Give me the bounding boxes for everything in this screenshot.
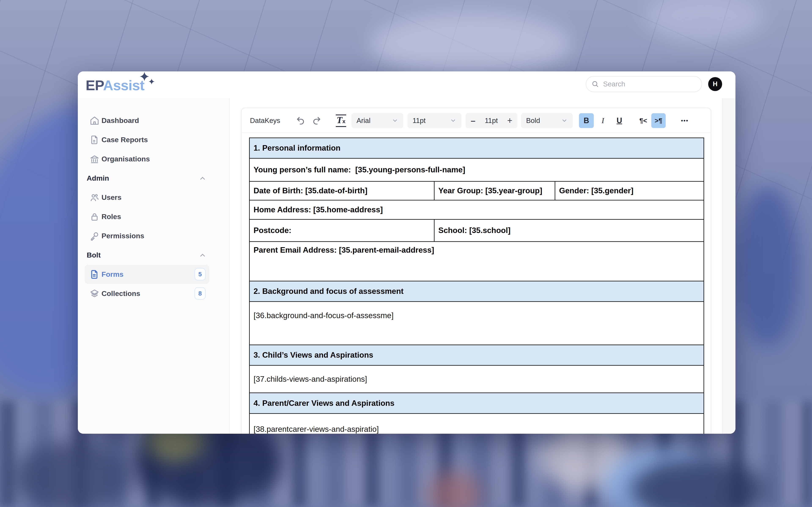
- user-avatar[interactable]: H: [708, 77, 722, 91]
- size-stepper-value: 11pt: [485, 117, 498, 125]
- sidebar-section-admin[interactable]: Admin: [78, 169, 229, 188]
- app-window: EPAssist H Dashboard Case Reports Organi…: [78, 71, 735, 434]
- clear-formatting-icon: Tx: [336, 114, 346, 127]
- layers-icon: [90, 289, 99, 298]
- home-icon: [90, 116, 99, 125]
- lock-icon: [90, 212, 99, 222]
- avatar-initial: H: [713, 80, 717, 88]
- sidebar-item-label: Organisations: [101, 155, 150, 163]
- sidebar-item-dashboard[interactable]: Dashboard: [78, 111, 229, 130]
- sidebar-item-label: Forms: [101, 270, 123, 278]
- editor-panel: DataKeys Tx Arial 11pt: [241, 108, 711, 434]
- sidebar: Dashboard Case Reports Organisations Adm…: [78, 98, 230, 434]
- increase-size-button[interactable]: +: [507, 116, 512, 126]
- doc-cell-background-key[interactable]: [36.background-and-focus-of-assessme]: [250, 302, 704, 345]
- chevron-down-icon: [392, 117, 398, 124]
- sidebar-item-label: Dashboard: [101, 116, 139, 125]
- search-bar: [586, 76, 702, 92]
- paragraph-rtl-icon: >¶: [655, 117, 662, 125]
- font-size-stepper: – 11pt +: [466, 113, 517, 128]
- sidebar-item-label: Roles: [101, 213, 121, 221]
- sidebar-item-label: Collections: [101, 289, 140, 298]
- chevron-down-icon: [561, 117, 567, 124]
- paragraph-ltr-icon: ¶<: [640, 117, 647, 125]
- sidebar-section-bolt[interactable]: Bolt: [78, 245, 229, 265]
- doc-cell-year-group[interactable]: Year Group: [35.year-group]: [434, 181, 555, 200]
- redo-button[interactable]: [312, 108, 321, 133]
- doc-cell-school[interactable]: School: [35.school]: [434, 220, 704, 242]
- doc-cell-home-address[interactable]: Home Address: [35.home-address]: [250, 200, 704, 220]
- doc-section1-header[interactable]: 1. Personal information: [250, 138, 704, 158]
- paragraph-ltr-button[interactable]: ¶<: [636, 113, 651, 128]
- doc-section2-header[interactable]: 2. Background and focus of assessment: [250, 281, 704, 302]
- sidebar-item-label: Users: [101, 193, 121, 202]
- search-input[interactable]: [603, 80, 688, 88]
- doc-cell-parent-email[interactable]: Parent Email Address: [35.parent-email-a…: [250, 242, 704, 281]
- doc-cell-parentcarer-views-key[interactable]: [38.parentcarer-views-and-aspiratio]: [250, 414, 704, 434]
- font-style-select[interactable]: Bold: [521, 113, 573, 128]
- forms-count-badge: 5: [195, 268, 206, 280]
- scrollbar-gutter[interactable]: [722, 98, 735, 434]
- sidebar-item-organisations[interactable]: Organisations: [78, 149, 229, 169]
- redo-icon: [312, 116, 321, 125]
- users-icon: [90, 193, 99, 203]
- main-content: DataKeys Tx Arial 11pt: [230, 98, 735, 434]
- italic-icon: I: [602, 116, 604, 125]
- form-document-icon: [90, 270, 99, 279]
- doc-cell-full-name[interactable]: Young person’s full name: [35.young-pers…: [250, 158, 704, 181]
- sparkle-icon: [149, 78, 155, 84]
- font-size-value: 11pt: [413, 117, 426, 125]
- key-icon: [90, 231, 99, 241]
- document-table: 1. Personal information Young person’s f…: [249, 137, 704, 434]
- sidebar-item-label: Permissions: [101, 232, 144, 240]
- undo-icon: [296, 116, 306, 125]
- clear-formatting-button[interactable]: Tx: [336, 108, 346, 133]
- sparkle-icon: [140, 72, 149, 81]
- sidebar-item-label: Case Reports: [101, 135, 148, 144]
- underline-icon: U: [617, 116, 622, 125]
- sidebar-item-collections[interactable]: Collections 8: [78, 284, 229, 303]
- more-options-icon: •••: [681, 117, 688, 124]
- file-text-icon: [90, 135, 99, 145]
- datakeys-label: DataKeys: [250, 117, 280, 125]
- sidebar-item-case-reports[interactable]: Case Reports: [78, 130, 229, 149]
- chevron-up-icon[interactable]: [199, 251, 206, 259]
- italic-button[interactable]: I: [596, 113, 609, 128]
- bold-icon: B: [583, 116, 589, 125]
- section-label: Bolt: [87, 251, 101, 259]
- doc-section3-header[interactable]: 3. Child’s Views and Aspirations: [250, 345, 704, 365]
- search-icon: [592, 80, 599, 88]
- ceiling-light-blob: [370, 13, 571, 76]
- doc-cell-childs-views-key[interactable]: [37.childs-views-and-aspirations]: [250, 365, 704, 393]
- sidebar-item-permissions[interactable]: Permissions: [78, 226, 229, 245]
- door-blob: [736, 186, 799, 346]
- decrease-size-button[interactable]: –: [471, 116, 475, 125]
- datakeys-button[interactable]: DataKeys: [250, 108, 280, 133]
- chevron-down-icon: [450, 117, 456, 124]
- doc-cell-postcode[interactable]: Postcode:: [250, 220, 434, 242]
- sidebar-item-users[interactable]: Users: [78, 188, 229, 207]
- font-style-value: Bold: [526, 117, 540, 125]
- font-family-select[interactable]: Arial: [351, 113, 403, 128]
- font-family-value: Arial: [357, 117, 370, 125]
- editor-toolbar: DataKeys Tx Arial 11pt: [242, 108, 711, 133]
- doc-cell-date-of-birth[interactable]: Date of Birth: [35.date-of-birth]: [250, 181, 434, 200]
- undo-button[interactable]: [296, 108, 306, 133]
- app-logo[interactable]: EPAssist: [86, 77, 144, 94]
- section-label: Admin: [87, 174, 109, 182]
- top-bar: EPAssist H: [78, 71, 735, 99]
- logo-ep: EP: [86, 77, 103, 93]
- bank-icon: [90, 154, 99, 164]
- doc-section4-header[interactable]: 4. Parent/Carer Views and Aspirations: [250, 393, 704, 414]
- chevron-up-icon[interactable]: [199, 174, 206, 182]
- logo-assist: Assist: [103, 77, 144, 93]
- bold-button[interactable]: B: [579, 113, 594, 128]
- sidebar-item-roles[interactable]: Roles: [78, 207, 229, 226]
- collections-count-badge: 8: [195, 287, 206, 299]
- sidebar-item-forms[interactable]: Forms 5: [78, 265, 229, 284]
- paragraph-rtl-button[interactable]: >¶: [651, 113, 666, 128]
- underline-button[interactable]: U: [612, 113, 627, 128]
- doc-cell-gender[interactable]: Gender: [35.gender]: [555, 181, 704, 200]
- more-options-button[interactable]: •••: [677, 113, 692, 128]
- font-size-select[interactable]: 11pt: [407, 113, 461, 128]
